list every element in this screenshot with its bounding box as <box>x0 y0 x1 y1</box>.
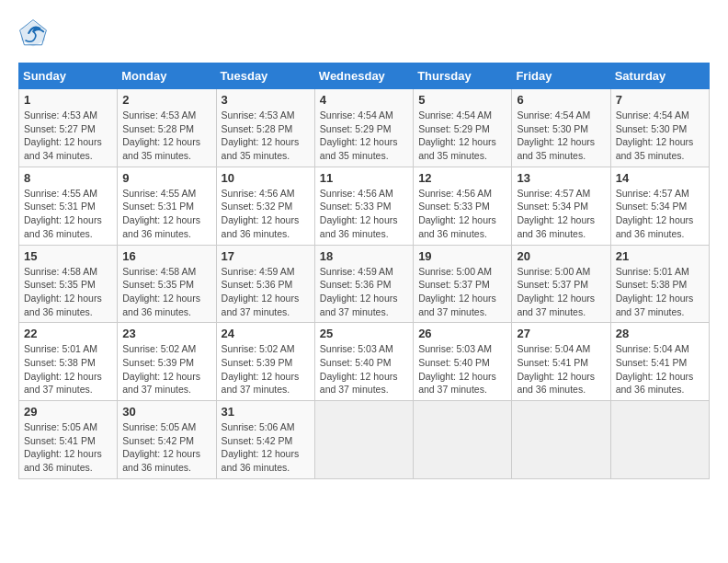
week-row-2: 8 Sunrise: 4:55 AMSunset: 5:31 PMDayligh… <box>19 167 710 245</box>
day-number: 8 <box>24 171 112 185</box>
day-number: 6 <box>517 93 605 107</box>
day-detail: Sunrise: 4:58 AMSunset: 5:35 PMDaylight:… <box>24 266 102 317</box>
day-number: 28 <box>616 327 704 340</box>
day-number: 17 <box>222 249 310 263</box>
calendar-cell: 21 Sunrise: 5:01 AMSunset: 5:38 PMDaylig… <box>610 245 709 323</box>
day-detail: Sunrise: 5:01 AMSunset: 5:38 PMDaylight:… <box>24 343 102 395</box>
day-detail: Sunrise: 5:00 AMSunset: 5:37 PMDaylight:… <box>517 266 595 317</box>
day-detail: Sunrise: 5:02 AMSunset: 5:39 PMDaylight:… <box>222 343 300 395</box>
day-detail: Sunrise: 5:03 AMSunset: 5:40 PMDaylight:… <box>320 343 398 395</box>
day-detail: Sunrise: 5:04 AMSunset: 5:41 PMDaylight:… <box>616 343 694 395</box>
day-detail: Sunrise: 4:55 AMSunset: 5:31 PMDaylight:… <box>122 188 200 239</box>
calendar-cell: 17 Sunrise: 4:59 AMSunset: 5:36 PMDaylig… <box>216 245 314 323</box>
calendar-cell: 5 Sunrise: 4:54 AMSunset: 5:29 PMDayligh… <box>414 89 512 167</box>
day-number: 23 <box>122 327 210 340</box>
day-number: 14 <box>616 171 704 185</box>
day-detail: Sunrise: 5:01 AMSunset: 5:38 PMDaylight:… <box>616 266 694 317</box>
day-number: 7 <box>616 93 704 107</box>
day-number: 24 <box>222 327 310 340</box>
calendar-cell: 6 Sunrise: 4:54 AMSunset: 5:30 PMDayligh… <box>512 89 610 167</box>
day-number: 12 <box>418 171 506 185</box>
header <box>18 18 710 48</box>
calendar-cell <box>414 401 512 479</box>
day-number: 9 <box>122 171 210 185</box>
calendar-cell <box>512 401 610 479</box>
day-number: 15 <box>24 249 112 263</box>
calendar-cell <box>610 401 709 479</box>
day-detail: Sunrise: 4:56 AMSunset: 5:33 PMDaylight:… <box>320 188 398 239</box>
calendar-cell: 30 Sunrise: 5:05 AMSunset: 5:42 PMDaylig… <box>118 401 216 479</box>
calendar-body: 1 Sunrise: 4:53 AMSunset: 5:27 PMDayligh… <box>19 89 710 479</box>
day-detail: Sunrise: 5:06 AMSunset: 5:42 PMDaylight:… <box>222 421 300 473</box>
calendar-cell: 10 Sunrise: 4:56 AMSunset: 5:32 PMDaylig… <box>216 167 314 245</box>
calendar-cell: 7 Sunrise: 4:54 AMSunset: 5:30 PMDayligh… <box>610 89 709 167</box>
day-detail: Sunrise: 4:54 AMSunset: 5:30 PMDaylight:… <box>517 109 595 161</box>
day-detail: Sunrise: 4:57 AMSunset: 5:34 PMDaylight:… <box>517 188 595 239</box>
day-detail: Sunrise: 4:54 AMSunset: 5:30 PMDaylight:… <box>616 109 694 161</box>
day-detail: Sunrise: 4:53 AMSunset: 5:28 PMDaylight:… <box>122 109 200 161</box>
calendar-cell: 26 Sunrise: 5:03 AMSunset: 5:40 PMDaylig… <box>414 323 512 401</box>
calendar-cell: 18 Sunrise: 4:59 AMSunset: 5:36 PMDaylig… <box>314 245 413 323</box>
column-header-thursday: Thursday <box>414 63 512 89</box>
day-number: 1 <box>24 93 112 107</box>
calendar-cell: 19 Sunrise: 5:00 AMSunset: 5:37 PMDaylig… <box>414 245 512 323</box>
week-row-1: 1 Sunrise: 4:53 AMSunset: 5:27 PMDayligh… <box>19 89 710 167</box>
calendar-cell: 25 Sunrise: 5:03 AMSunset: 5:40 PMDaylig… <box>314 323 413 401</box>
day-number: 30 <box>122 405 210 419</box>
logo <box>18 18 51 48</box>
column-header-tuesday: Tuesday <box>216 63 314 89</box>
calendar-cell: 13 Sunrise: 4:57 AMSunset: 5:34 PMDaylig… <box>512 167 610 245</box>
column-header-saturday: Saturday <box>610 63 709 89</box>
calendar-cell: 15 Sunrise: 4:58 AMSunset: 5:35 PMDaylig… <box>19 245 118 323</box>
day-number: 5 <box>418 93 506 107</box>
week-row-3: 15 Sunrise: 4:58 AMSunset: 5:35 PMDaylig… <box>19 245 710 323</box>
day-detail: Sunrise: 5:05 AMSunset: 5:41 PMDaylight:… <box>24 421 102 473</box>
calendar-cell: 24 Sunrise: 5:02 AMSunset: 5:39 PMDaylig… <box>216 323 314 401</box>
day-number: 10 <box>222 171 310 185</box>
day-detail: Sunrise: 4:53 AMSunset: 5:28 PMDaylight:… <box>222 109 300 161</box>
day-number: 26 <box>418 327 506 340</box>
week-row-5: 29 Sunrise: 5:05 AMSunset: 5:41 PMDaylig… <box>19 401 710 479</box>
day-number: 27 <box>517 327 605 340</box>
calendar-cell: 3 Sunrise: 4:53 AMSunset: 5:28 PMDayligh… <box>216 89 314 167</box>
day-detail: Sunrise: 4:59 AMSunset: 5:36 PMDaylight:… <box>320 266 398 317</box>
day-number: 31 <box>222 405 310 419</box>
calendar-cell: 2 Sunrise: 4:53 AMSunset: 5:28 PMDayligh… <box>118 89 216 167</box>
calendar-cell: 4 Sunrise: 4:54 AMSunset: 5:29 PMDayligh… <box>314 89 413 167</box>
day-number: 20 <box>517 249 605 263</box>
day-detail: Sunrise: 4:58 AMSunset: 5:35 PMDaylight:… <box>122 266 200 317</box>
day-detail: Sunrise: 4:55 AMSunset: 5:31 PMDaylight:… <box>24 188 102 239</box>
calendar-cell: 12 Sunrise: 4:56 AMSunset: 5:33 PMDaylig… <box>414 167 512 245</box>
header-row: SundayMondayTuesdayWednesdayThursdayFrid… <box>19 63 710 89</box>
calendar-cell: 9 Sunrise: 4:55 AMSunset: 5:31 PMDayligh… <box>118 167 216 245</box>
day-number: 16 <box>122 249 210 263</box>
day-detail: Sunrise: 5:05 AMSunset: 5:42 PMDaylight:… <box>122 421 200 473</box>
day-number: 22 <box>24 327 112 340</box>
logo-icon <box>18 18 48 48</box>
calendar-cell: 31 Sunrise: 5:06 AMSunset: 5:42 PMDaylig… <box>216 401 314 479</box>
calendar-cell: 20 Sunrise: 5:00 AMSunset: 5:37 PMDaylig… <box>512 245 610 323</box>
column-header-wednesday: Wednesday <box>314 63 413 89</box>
day-detail: Sunrise: 4:56 AMSunset: 5:33 PMDaylight:… <box>418 188 496 239</box>
calendar-cell: 29 Sunrise: 5:05 AMSunset: 5:41 PMDaylig… <box>19 401 118 479</box>
week-row-4: 22 Sunrise: 5:01 AMSunset: 5:38 PMDaylig… <box>19 323 710 401</box>
calendar-cell: 22 Sunrise: 5:01 AMSunset: 5:38 PMDaylig… <box>19 323 118 401</box>
column-header-sunday: Sunday <box>19 63 118 89</box>
column-header-monday: Monday <box>118 63 216 89</box>
calendar-cell: 23 Sunrise: 5:02 AMSunset: 5:39 PMDaylig… <box>118 323 216 401</box>
day-detail: Sunrise: 4:59 AMSunset: 5:36 PMDaylight:… <box>222 266 300 317</box>
calendar-cell: 11 Sunrise: 4:56 AMSunset: 5:33 PMDaylig… <box>314 167 413 245</box>
calendar-table: SundayMondayTuesdayWednesdayThursdayFrid… <box>18 63 710 479</box>
day-detail: Sunrise: 4:56 AMSunset: 5:32 PMDaylight:… <box>222 188 300 239</box>
day-number: 29 <box>24 405 112 419</box>
day-number: 21 <box>616 249 704 263</box>
day-detail: Sunrise: 4:54 AMSunset: 5:29 PMDaylight:… <box>320 109 398 161</box>
calendar-cell: 16 Sunrise: 4:58 AMSunset: 5:35 PMDaylig… <box>118 245 216 323</box>
day-number: 2 <box>122 93 210 107</box>
calendar-cell: 28 Sunrise: 5:04 AMSunset: 5:41 PMDaylig… <box>610 323 709 401</box>
calendar-cell: 1 Sunrise: 4:53 AMSunset: 5:27 PMDayligh… <box>19 89 118 167</box>
day-number: 13 <box>517 171 605 185</box>
day-detail: Sunrise: 4:54 AMSunset: 5:29 PMDaylight:… <box>418 109 496 161</box>
day-detail: Sunrise: 5:02 AMSunset: 5:39 PMDaylight:… <box>122 343 200 395</box>
day-number: 25 <box>320 327 408 340</box>
